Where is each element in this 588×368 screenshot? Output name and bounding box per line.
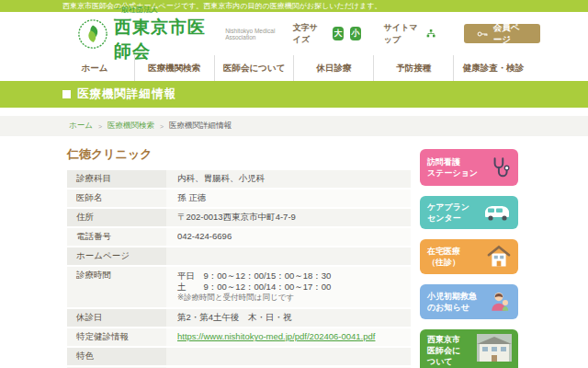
breadcrumb-home[interactable]: ホーム	[69, 121, 93, 132]
row-value: https://www.nishitokyo-med.jp/pdf/202406…	[166, 328, 411, 346]
table-row: 電話番号 042-424-6696	[67, 228, 411, 247]
button-label: 小児初期救急	[427, 292, 477, 301]
breadcrumb-current: 医療機関詳細情報	[169, 121, 232, 132]
content-area: 仁徳クリニック 診療科目 内科、胃腸科、小児科 医師名 孫 正徳 住所 〒202…	[0, 136, 588, 368]
table-row: 休診日 第2・第4土午後 木・日・祝	[67, 309, 411, 328]
sidebar: 訪問看護 ステーション ケアプラン センター	[420, 136, 518, 368]
font-size-large-button[interactable]: 大	[333, 27, 344, 40]
sidebar-button-visiting-nurse[interactable]: 訪問看護 ステーション	[420, 149, 518, 186]
button-label: 訪問看護	[427, 157, 460, 167]
breadcrumb-separator: >	[98, 123, 102, 130]
nav-item-vaccination[interactable]: 予防接種	[373, 55, 453, 81]
page: 西東京市医師会の公式ホームページです。西東京市内の目的の医療機関がお探しいただけ…	[0, 0, 588, 368]
breadcrumb-search[interactable]: 医療機関検索	[107, 121, 154, 132]
sidebar-button-about-association[interactable]: 西東京市 医師会に ついて	[420, 329, 518, 368]
site-header: 一般社団法人 西東京市医師会 Nishitokyo Medical Associ…	[0, 12, 588, 55]
hours-weekday: 平日 9：00～12：00/15：00～18：30	[177, 270, 400, 282]
building-photo	[477, 334, 512, 362]
row-label: 休診日	[67, 309, 166, 327]
org-name-en: Nishitokyo Medical Association	[225, 28, 293, 40]
row-value	[166, 348, 411, 365]
page-title-bar: 医療機関詳細情報	[0, 81, 588, 108]
key-icon	[477, 29, 488, 39]
page-title: 医療機関詳細情報	[77, 86, 176, 102]
nav-item-holiday[interactable]: 休日診療	[293, 55, 373, 81]
row-value: 孫 正徳	[166, 190, 411, 207]
table-row: 医師名 孫 正徳	[67, 190, 411, 209]
row-label: 診療科目	[67, 170, 166, 188]
clinic-info-table: 診療科目 内科、胃腸科、小児科 医師名 孫 正徳 住所 〒202-0013西東京…	[67, 170, 411, 368]
table-row: 診療科目 内科、胃腸科、小児科	[67, 170, 411, 190]
stethoscope-icon	[488, 155, 512, 179]
button-label: ケアプラン	[427, 202, 469, 212]
logo-emblem-icon	[77, 18, 108, 50]
table-row: ホームページ	[67, 247, 411, 267]
table-row: 特色	[67, 348, 411, 367]
parent-child-icon	[488, 290, 512, 314]
button-label: ステーション	[427, 168, 478, 178]
sitemap-label: サイトマップ	[384, 22, 424, 46]
breadcrumb-separator: >	[160, 123, 164, 130]
house-icon	[486, 244, 512, 270]
main-nav: ホーム 医療機関検索 医師会について 休日診療 予防接種 健康診査・検診	[55, 55, 533, 81]
header-controls: 文字サイズ 大 小 サイトマップ 会員ページ	[293, 22, 540, 46]
row-value: 第2・第4土午後 木・日・祝	[166, 309, 411, 327]
member-page-label: 会員ページ	[493, 22, 527, 46]
button-label: センター	[427, 213, 461, 223]
sitemap-link[interactable]: サイトマップ	[384, 22, 436, 46]
sidebar-button-care-plan[interactable]: ケアプラン センター	[420, 196, 518, 229]
logo-text: 一般社団法人 西東京市医師会 Nishitokyo Medical Associ…	[114, 5, 293, 63]
row-label: 住所	[67, 209, 166, 226]
nav-item-search[interactable]: 医療機関検索	[134, 55, 214, 81]
button-label: （往診）	[427, 258, 460, 267]
site-logo[interactable]: 一般社団法人 西東京市医師会 Nishitokyo Medical Associ…	[77, 5, 293, 63]
clinic-name: 仁徳クリニック	[67, 146, 411, 163]
row-label: 電話番号	[67, 228, 166, 246]
checkup-pdf-link[interactable]: https://www.nishitokyo-med.jp/pdf/202406…	[177, 331, 375, 341]
org-type: 一般社団法人	[114, 5, 293, 15]
hours-saturday: 土 9：00～12：00/14：00～17：00	[177, 282, 400, 293]
button-label: 医師会に	[427, 346, 460, 355]
row-value: 平日 9：00～12：00/15：00～18：30 土 9：00～12：00/1…	[166, 267, 411, 308]
table-row-checkup-link: 特定健診情報 https://www.nishitokyo-med.jp/pdf…	[67, 328, 411, 348]
font-size-small-button[interactable]: 小	[350, 27, 361, 40]
row-label: 医師名	[67, 190, 166, 207]
button-label: 西東京市	[427, 335, 460, 344]
row-label: 特色	[67, 348, 166, 365]
nav-item-checkup[interactable]: 健康診査・検診	[453, 55, 533, 81]
member-page-button[interactable]: 会員ページ	[464, 24, 540, 43]
car-icon	[482, 203, 512, 222]
nav-item-about[interactable]: 医師会について	[214, 55, 294, 81]
row-label: 特定健診情報	[67, 328, 166, 346]
table-row-hours: 診療時間 平日 9：00～12：00/15：00～18：30 土 9：00～12…	[67, 267, 411, 310]
breadcrumb: ホーム > 医療機関検索 > 医療機関詳細情報	[0, 116, 588, 136]
button-label: のお知らせ	[427, 303, 469, 312]
clinic-detail: 仁徳クリニック 診療科目 内科、胃腸科、小児科 医師名 孫 正徳 住所 〒202…	[67, 136, 411, 368]
button-label: ついて	[427, 357, 453, 366]
row-value: 042-424-6696	[166, 228, 411, 246]
button-label: 在宅医療	[427, 247, 460, 256]
sidebar-button-pediatric-emergency[interactable]: 小児初期救急 のお知らせ	[420, 284, 518, 319]
title-square-icon	[62, 90, 71, 98]
nav-item-home[interactable]: ホーム	[55, 55, 134, 81]
row-value: 〒202-0013西東京市中町4-7-9	[166, 209, 411, 226]
hours-note: ※診療時間と受付時間は同じです	[177, 293, 400, 304]
sidebar-button-home-medical[interactable]: 在宅医療 （往診）	[420, 239, 518, 274]
sitemap-icon	[426, 28, 435, 40]
row-label: 診療時間	[67, 267, 166, 308]
row-value	[166, 247, 411, 265]
row-label: ホームページ	[67, 247, 166, 265]
row-value: 内科、胃腸科、小児科	[166, 170, 411, 188]
font-size-label: 文字サイズ	[293, 22, 326, 46]
table-row: 住所 〒202-0013西東京市中町4-7-9	[67, 209, 411, 228]
